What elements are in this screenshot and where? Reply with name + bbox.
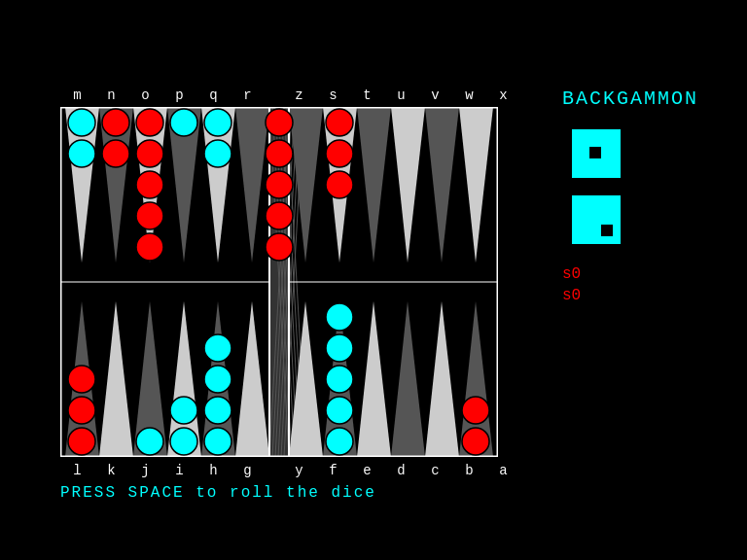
label-l: l <box>60 463 94 478</box>
svg-point-55 <box>204 140 231 167</box>
label-s: s <box>316 88 350 103</box>
svg-point-53 <box>170 109 197 136</box>
game-container: m n o p q r z s t u v w x <box>0 0 747 560</box>
board-svg <box>60 107 498 457</box>
svg-point-77 <box>326 334 353 362</box>
label-r: r <box>231 88 265 103</box>
label-h: h <box>196 463 231 478</box>
svg-point-49 <box>136 140 163 167</box>
svg-point-48 <box>136 109 163 136</box>
label-n: n <box>94 88 128 103</box>
dice-1-dot <box>589 147 601 158</box>
label-o: o <box>128 88 162 103</box>
label-e: e <box>350 463 384 478</box>
label-p: p <box>162 88 196 103</box>
label-z: z <box>282 88 316 103</box>
svg-point-67 <box>136 428 163 455</box>
svg-point-46 <box>102 109 129 136</box>
label-c: c <box>418 463 452 478</box>
dice-1 <box>572 129 621 178</box>
svg-point-65 <box>68 397 95 424</box>
svg-point-63 <box>326 171 353 198</box>
svg-point-75 <box>326 397 353 424</box>
label-b: b <box>452 463 486 478</box>
svg-point-59 <box>266 202 293 229</box>
dice-2-dot <box>601 225 613 236</box>
score-1: s0 <box>562 263 718 285</box>
right-panel: BACKGAMMON s0 s0 <box>562 88 718 307</box>
label-v: v <box>418 88 452 103</box>
score-2: s0 <box>562 285 718 306</box>
svg-point-47 <box>102 140 129 167</box>
label-u: u <box>384 88 418 103</box>
label-y: y <box>282 463 316 478</box>
svg-point-70 <box>204 428 231 455</box>
svg-point-71 <box>204 397 231 424</box>
label-i: i <box>162 463 196 478</box>
svg-point-58 <box>266 171 293 198</box>
bottom-labels: l k j i h g y f e d c b a <box>60 463 498 478</box>
svg-point-51 <box>136 202 163 229</box>
label-g: g <box>231 463 265 478</box>
label-x: x <box>486 88 520 103</box>
svg-point-52 <box>136 233 163 261</box>
game-title: BACKGAMMON <box>562 88 718 110</box>
svg-point-72 <box>204 366 231 393</box>
label-f: f <box>316 463 350 478</box>
label-a: a <box>486 463 520 478</box>
svg-point-73 <box>204 334 231 362</box>
svg-point-78 <box>326 303 353 331</box>
svg-point-64 <box>68 428 95 455</box>
svg-point-80 <box>462 397 489 424</box>
svg-point-68 <box>170 428 197 455</box>
scores: s0 s0 <box>562 263 718 307</box>
svg-point-50 <box>136 171 163 198</box>
svg-point-76 <box>326 366 353 393</box>
label-w: w <box>452 88 486 103</box>
label-t: t <box>350 88 384 103</box>
svg-point-56 <box>266 109 293 136</box>
label-k: k <box>94 463 128 478</box>
svg-point-79 <box>462 428 489 455</box>
svg-point-74 <box>326 428 353 455</box>
press-space-message: PRESS SPACE to roll the dice <box>60 484 376 502</box>
label-m: m <box>60 88 94 103</box>
svg-point-60 <box>266 233 293 261</box>
svg-point-44 <box>68 109 95 136</box>
label-j: j <box>128 463 162 478</box>
svg-point-45 <box>68 140 95 167</box>
svg-point-54 <box>204 109 231 136</box>
dice-2 <box>572 195 621 244</box>
svg-point-62 <box>326 140 353 167</box>
svg-point-66 <box>68 366 95 393</box>
svg-point-57 <box>266 140 293 167</box>
svg-point-61 <box>326 109 353 136</box>
label-d: d <box>384 463 418 478</box>
board-area: m n o p q r z s t u v w x <box>60 88 498 457</box>
svg-point-69 <box>170 397 197 424</box>
top-labels: m n o p q r z s t u v w x <box>60 88 498 103</box>
label-q: q <box>196 88 231 103</box>
